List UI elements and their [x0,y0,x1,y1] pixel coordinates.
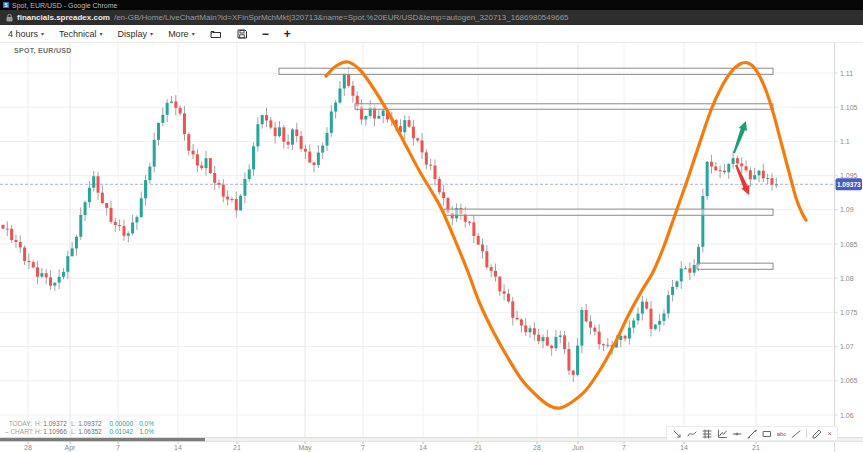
chart-axes-icon[interactable] [717,429,727,439]
legend-today-high: H: 1.09372 [35,420,68,428]
time-axis-label: 21 [752,444,760,451]
price-axis-label: 1.105 [840,104,858,111]
spreadex-favicon: S [3,2,9,8]
open-folder-icon[interactable] [210,29,222,39]
url-domain: financials.spreadex.com [17,13,110,22]
time-axis-label: 21 [474,444,482,451]
legend-today-change: 0.00000 [106,420,133,428]
price-zone-rect[interactable] [444,209,773,215]
text-icon[interactable]: abc [777,431,787,437]
cursor-icon[interactable] [672,429,682,439]
chart-legend: TODAY: H: 1.09372 L: 1.09372 0.00000 0.0… [5,420,154,436]
current-price-badge: 1.09373 [836,178,863,190]
horizontal-line-icon[interactable] [732,429,742,439]
chevron-down-icon: ▾ [150,30,153,37]
legend-today-label: TODAY: [5,420,32,428]
chevron-down-icon: ▾ [100,30,103,37]
time-axis-label: 7 [622,444,626,451]
price-axis-label: 1.065 [840,377,858,384]
time-axis-label: 14 [680,444,688,451]
legend-today-low: L: 1.09372 [71,420,104,428]
price-chart[interactable]: 1.111.1051.11.0951.091.0851.081.0751.071… [0,43,863,452]
price-zone-rect[interactable] [279,68,773,74]
rectangle-icon[interactable] [762,429,772,439]
legend-chart-change: 0.01042 [106,428,133,436]
chart-symbol-label: SPOT, EUR/USD [14,47,72,54]
price-axis-label: 1.085 [840,241,858,248]
price-axis-label: 1.08 [840,275,854,282]
grid-lines [0,43,835,442]
display-menu-label: Display [118,29,148,39]
legend-chart-change-pct: 1.0% [136,428,154,436]
time-axis-label: Jun [572,444,583,451]
legend-chart-low: L: 1.06352 [71,428,104,436]
grid-icon[interactable] [702,429,712,439]
price-axis-label: 1.06 [840,412,854,419]
price-axis-label: 1.095 [840,172,858,179]
time-axis-label: Apr [65,444,77,452]
technical-menu-label: Technical [59,29,97,39]
trend-line-icon[interactable] [747,429,757,439]
time-axis-label: 14 [419,444,427,451]
price-axis-label: 1.11 [840,70,853,77]
svg-text:1.09373: 1.09373 [837,181,861,188]
up-arrow-drawing[interactable] [733,121,747,153]
price-axis-label: 1.1 [840,138,850,145]
time-axis-label: 7 [116,444,120,451]
scrollbar-thumb[interactable] [0,438,205,441]
time-axis-label: 14 [174,444,182,451]
toolbar-divider [806,429,807,438]
time-axis-label: May [298,444,312,452]
url-path: /en-GB/Home/LiveChartMain?id=XFinSprMchM… [114,13,569,22]
chevron-down-icon: ▾ [41,30,44,37]
lock-icon [6,14,13,22]
save-icon[interactable] [237,29,247,39]
time-axis-label: 21 [233,444,241,451]
window-titlebar: S Spot, EUR/USD - Google Chrome [0,0,863,10]
timeframe-menu-label: 4 hours [8,29,38,39]
legend-today-change-pct: 0.0% [136,420,154,428]
price-axis-label: 1.09 [840,206,854,213]
time-axis-label: 7 [361,444,365,451]
technical-menu[interactable]: Technical ▾ [59,29,103,39]
timeframe-menu[interactable]: 4 hours ▾ [8,29,44,39]
address-bar[interactable]: financials.spreadex.com/en-GB/Home/LiveC… [0,10,863,25]
freehand-icon[interactable] [687,429,697,439]
price-zone-rect[interactable] [697,263,773,269]
browser-window: S Spot, EUR/USD - Google Chrome financia… [0,0,863,452]
close-icon[interactable]: × [827,429,832,438]
edit-icon[interactable] [812,429,822,439]
ray-icon[interactable] [791,429,801,439]
legend-row-chart: – CHART: H: 1.10966 L: 1.06352 0.01042 1… [5,428,154,436]
zoom-in-button[interactable]: + [284,29,291,39]
drawing-toolbar: abc× [666,426,838,441]
price-axis-label: 1.075 [840,309,858,316]
window-title: Spot, EUR/USD - Google Chrome [12,2,117,9]
legend-row-today: TODAY: H: 1.09372 L: 1.09372 0.00000 0.0… [5,420,154,428]
display-menu[interactable]: Display ▾ [118,29,154,39]
trend-curve-drawing[interactable] [326,62,806,408]
time-axis[interactable]: 28Apr71421May7142128Jun71421 [24,442,760,452]
time-axis-label: 28 [24,444,32,451]
more-menu[interactable]: More ▾ [168,29,195,39]
legend-chart-label: – CHART: [5,428,32,436]
zoom-out-button[interactable]: − [262,29,269,39]
price-axis-label: 1.07 [840,343,854,350]
chart-toolbar: 4 hours ▾ Technical ▾ Display ▾ More ▾ −… [0,25,863,43]
more-menu-label: More [168,29,189,39]
time-axis-label: 28 [533,444,541,451]
chevron-down-icon: ▾ [192,30,195,37]
legend-chart-high: H: 1.10966 [35,428,68,436]
